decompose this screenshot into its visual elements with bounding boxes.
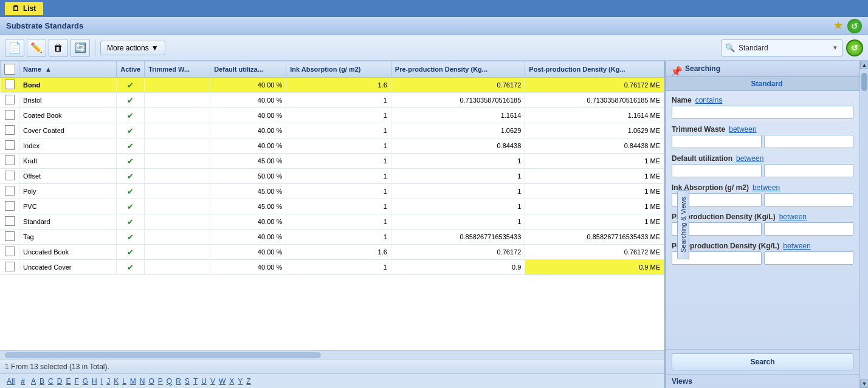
name-input[interactable] bbox=[672, 106, 853, 119]
page-link-a[interactable]: A bbox=[29, 377, 38, 386]
page-link-all[interactable]: All bbox=[5, 377, 16, 386]
green-refresh-button[interactable]: ↺ bbox=[846, 39, 863, 56]
default-utilization-to-input[interactable] bbox=[764, 164, 854, 177]
page-link-y[interactable]: Y bbox=[236, 377, 244, 386]
default-utilization-operator-link[interactable]: between bbox=[736, 154, 763, 163]
row-post-production-density: 1 ME bbox=[525, 184, 664, 199]
page-link-t[interactable]: T bbox=[191, 377, 199, 386]
table-row[interactable]: Poly✔45.00 %111 ME bbox=[1, 184, 664, 199]
table-row[interactable]: Uncoated Cover✔40.00 %10.90.9 ME bbox=[1, 260, 664, 275]
delete-button[interactable]: 🗑 bbox=[49, 39, 68, 57]
col-header-ink-absorption[interactable]: Ink Absorption (g/ m2) bbox=[286, 61, 391, 78]
pre-production-density-to-input[interactable] bbox=[764, 222, 854, 236]
page-link-g[interactable]: G bbox=[81, 377, 90, 386]
page-link-j[interactable]: J bbox=[105, 377, 112, 386]
post-production-density-operator-link[interactable]: between bbox=[783, 242, 810, 250]
table-container[interactable]: Name ▲ Active Trimmed W... Default utili… bbox=[0, 61, 664, 350]
table-row[interactable]: Cover Coated✔40.00 %11.06291.0629 ME bbox=[1, 123, 664, 138]
row-name: Cover Coated bbox=[19, 123, 117, 138]
trimmed-waste-from-input[interactable] bbox=[672, 135, 762, 148]
table-row[interactable]: Standard✔40.00 %111 ME bbox=[1, 214, 664, 230]
row-ink-absorption: 1 bbox=[286, 230, 391, 245]
edit-button[interactable]: ✏️ bbox=[27, 39, 46, 57]
page-link-h[interactable]: H bbox=[90, 377, 99, 386]
table-row[interactable]: Kraft✔45.00 %111 ME bbox=[1, 154, 664, 169]
page-link-s[interactable]: S bbox=[183, 377, 191, 386]
h-scroll-thumb[interactable] bbox=[5, 352, 321, 358]
page-link-l[interactable]: L bbox=[120, 377, 128, 386]
page-link-hash[interactable]: # bbox=[19, 377, 27, 386]
col-header-check[interactable] bbox=[1, 61, 19, 78]
row-checkbox-cell bbox=[1, 260, 19, 275]
page-link-f[interactable]: F bbox=[72, 377, 80, 386]
page-link-w[interactable]: W bbox=[217, 377, 227, 386]
pin-icon[interactable]: 📌 bbox=[670, 66, 683, 77]
table-row[interactable]: Tag✔40.00 %10.8582677165354330.858267716… bbox=[1, 230, 664, 245]
page-link-e[interactable]: E bbox=[64, 377, 72, 386]
page-link-c[interactable]: C bbox=[46, 377, 55, 386]
scroll-thumb[interactable] bbox=[861, 73, 867, 91]
post-production-density-to-input[interactable] bbox=[764, 251, 854, 265]
row-select-indicator bbox=[5, 80, 15, 89]
col-header-trimmed-waste[interactable]: Trimmed W... bbox=[145, 61, 210, 78]
row-trimmed-waste bbox=[145, 214, 210, 230]
globe-icon[interactable]: ↺ bbox=[847, 19, 862, 33]
table-row[interactable]: PVC✔45.00 %111 ME bbox=[1, 199, 664, 214]
status-text: 1 From 13 selected (13 in Total). bbox=[5, 362, 109, 371]
page-link-d[interactable]: D bbox=[55, 377, 64, 386]
list-tab[interactable]: 🗒 List bbox=[5, 2, 43, 15]
active-checkmark: ✔ bbox=[127, 126, 134, 135]
row-select-indicator bbox=[5, 140, 15, 150]
trimmed-waste-operator-link[interactable]: between bbox=[729, 125, 756, 134]
table-row[interactable]: Uncoated Book✔40.00 %1.60.761720.76172 M… bbox=[1, 245, 664, 260]
page-link-o[interactable]: O bbox=[147, 377, 156, 386]
more-actions-button[interactable]: More actions ▼ bbox=[100, 41, 165, 55]
ink-absorption-to-input[interactable] bbox=[764, 193, 854, 206]
default-utilization-from-input[interactable] bbox=[672, 164, 762, 177]
scroll-up-button[interactable]: ▲ bbox=[860, 61, 868, 69]
name-operator-link[interactable]: contains bbox=[695, 96, 723, 104]
search-button[interactable]: Search bbox=[672, 353, 853, 370]
page-link-k[interactable]: K bbox=[112, 377, 120, 386]
page-link-b[interactable]: B bbox=[38, 377, 46, 386]
table-row[interactable]: Offset✔50.00 %111 ME bbox=[1, 169, 664, 184]
page-link-p[interactable]: P bbox=[156, 377, 165, 386]
select-all-checkbox[interactable] bbox=[4, 64, 15, 75]
pre-production-density-operator-link[interactable]: between bbox=[779, 213, 807, 221]
table-row[interactable]: Bond✔40.00 %1.60.761720.76172 ME bbox=[1, 78, 664, 93]
page-link-i[interactable]: I bbox=[99, 377, 105, 386]
row-select-indicator bbox=[5, 171, 15, 180]
page-link-n[interactable]: N bbox=[138, 377, 147, 386]
searching-views-tab[interactable]: Searching & Views bbox=[677, 189, 689, 259]
search-combo-bar[interactable]: 🔍 Standard ▼ bbox=[721, 39, 842, 56]
table-row[interactable]: Index✔40.00 %10.844380.84438 ME bbox=[1, 138, 664, 154]
col-header-default-utilization[interactable]: Default utiliza... bbox=[210, 61, 286, 78]
ink-absorption-operator-link[interactable]: between bbox=[753, 183, 780, 192]
star-icon[interactable]: ★ bbox=[832, 19, 845, 32]
new-button[interactable]: 📄 bbox=[5, 39, 24, 57]
scroll-down-button[interactable]: ▼ bbox=[860, 379, 868, 388]
row-trimmed-waste bbox=[145, 260, 210, 275]
right-panel-scrollbar[interactable]: ▲ ▼ bbox=[859, 61, 868, 388]
table-row[interactable]: Bristol✔40.00 %10.7130358705161850.71303… bbox=[1, 93, 664, 108]
row-ink-absorption: 1 bbox=[286, 154, 391, 169]
page-link-x[interactable]: X bbox=[227, 377, 236, 386]
row-pre-production-density: 1 bbox=[391, 169, 525, 184]
col-header-active[interactable]: Active bbox=[117, 61, 145, 78]
page-link-z[interactable]: Z bbox=[244, 377, 252, 386]
col-header-name[interactable]: Name ▲ bbox=[19, 61, 117, 78]
page-link-q[interactable]: Q bbox=[165, 377, 174, 386]
col-header-post-production-density[interactable]: Post-production Density (Kg... bbox=[525, 61, 664, 78]
row-name: Uncoated Cover bbox=[19, 260, 117, 275]
page-link-r[interactable]: R bbox=[174, 377, 183, 386]
col-header-pre-production-density[interactable]: Pre-production Density (Kg... bbox=[391, 61, 525, 78]
active-checkmark: ✔ bbox=[127, 263, 134, 272]
page-link-m[interactable]: M bbox=[128, 377, 138, 386]
trimmed-waste-to-input[interactable] bbox=[764, 135, 854, 148]
page-link-v[interactable]: V bbox=[208, 377, 217, 386]
page-link-u[interactable]: U bbox=[199, 377, 208, 386]
table-panel: Name ▲ Active Trimmed W... Default utili… bbox=[0, 61, 664, 388]
horizontal-scrollbar[interactable] bbox=[0, 350, 664, 359]
table-row[interactable]: Coated Book✔40.00 %11.16141.1614 ME bbox=[1, 108, 664, 123]
refresh-button[interactable]: 🔄 bbox=[71, 39, 90, 57]
